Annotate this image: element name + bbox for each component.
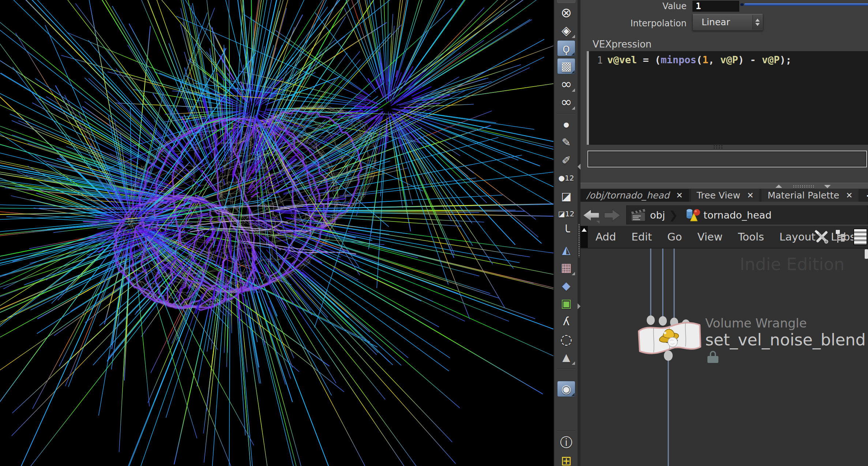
node-graph [580, 249, 868, 466]
interpolation-spinner[interactable] [752, 15, 762, 30]
code-token: minpos [661, 54, 696, 65]
menu-view[interactable]: View [690, 231, 730, 243]
geometry-object-icon [685, 208, 700, 222]
no-lighting-icon[interactable]: ⊗ [557, 4, 575, 20]
vertical-pane-splitter[interactable] [578, 0, 580, 466]
splitter-collapse-right-icon[interactable] [578, 303, 580, 309]
node-output-connector[interactable] [664, 351, 673, 361]
toolbar-partial-icon[interactable] [557, 0, 575, 3]
display-prim-normals-icon[interactable]: ◪ [557, 188, 575, 204]
interpolation-dropdown-value: Linear [702, 14, 730, 30]
code-token: = ( [637, 54, 661, 65]
splitter-collapse-left-icon[interactable] [578, 164, 580, 170]
new-tab-button[interactable]: + [861, 189, 868, 202]
horizontal-pane-splitter[interactable] [580, 183, 868, 189]
history-back-button[interactable] [582, 208, 601, 224]
high-quality-lighting-icon[interactable]: ▩ [557, 58, 575, 74]
code-line: v@vel = (minpos(1, v@P) - v@P); [607, 54, 792, 65]
value-input[interactable]: 1 [692, 1, 739, 12]
splitter-drag-handle[interactable] [578, 224, 580, 257]
spinner-up-icon[interactable] [755, 19, 760, 22]
network-path-bar: obj ❯ tornado_head [580, 205, 868, 226]
display-point-markers-icon[interactable]: ✎ [557, 134, 575, 150]
pane-tab[interactable]: Material Palette✕ [762, 189, 858, 202]
parameter-text-field[interactable] [587, 151, 867, 167]
display-background-image-icon[interactable]: ▲ [557, 349, 575, 365]
menubar-icons [813, 226, 867, 248]
node-input-connector[interactable] [647, 315, 655, 325]
normal-lighting-icon[interactable]: ϙ [557, 40, 575, 56]
display-groups-icon[interactable]: ▣ [557, 295, 575, 311]
value-slider[interactable] [744, 3, 868, 6]
code-token: ( [696, 54, 702, 65]
interpolation-dropdown[interactable]: Linear [692, 14, 763, 31]
spinner-down-icon[interactable] [755, 23, 760, 26]
tab-close-icon[interactable]: ✕ [676, 191, 683, 200]
code-token: 1 [702, 54, 708, 65]
headlight-only-icon[interactable]: ◈ [557, 22, 575, 38]
submenu-corner-arrow-icon [572, 106, 575, 110]
value-slider-cap [740, 3, 744, 6]
tab-label: Tree View [697, 190, 740, 201]
menu-go[interactable]: Go [660, 231, 689, 243]
display-uv-texture-icon[interactable]: ▦ [557, 259, 575, 276]
display-point-normals-icon[interactable]: ✐ [557, 152, 575, 168]
menu-edit[interactable]: Edit [624, 231, 660, 243]
node-input-connector[interactable] [659, 316, 667, 326]
breadcrumb-separator-icon: ❯ [669, 209, 678, 221]
submenu-corner-arrow-icon [571, 52, 575, 56]
node-type-label: Volume Wrangle [705, 316, 807, 330]
scene-viewport[interactable] [0, 0, 553, 466]
display-origin-gnomon-icon[interactable]: ʎ [557, 313, 575, 329]
code-token: , [708, 54, 720, 65]
display-backfaces-icon[interactable]: ◭ [557, 242, 575, 258]
tab-close-icon[interactable]: ✕ [846, 191, 852, 200]
splitter-collapse-up-icon[interactable] [775, 185, 782, 188]
tab-close-icon[interactable]: ✕ [747, 191, 754, 200]
node-lock-icon [707, 349, 719, 364]
right-pane: Value 1 Interpolation Linear VEXpression… [580, 0, 868, 466]
toolbar-separator [557, 431, 575, 432]
toolbar-separator [557, 368, 575, 369]
menubar-collapse-icon[interactable] [582, 228, 587, 232]
menu-add[interactable]: Add [588, 231, 624, 243]
viewport-info-icon[interactable]: ⓘ [557, 435, 575, 451]
code-token: ); [780, 54, 792, 65]
breadcrumb-tornado-head[interactable]: tornado_head [703, 209, 771, 221]
list-view-icon[interactable] [853, 228, 867, 245]
display-point-numbers-icon[interactable]: ●12 [557, 170, 575, 186]
editor-resize-grip[interactable] [713, 145, 724, 149]
display-points-icon[interactable]: ● [557, 116, 575, 132]
display-subdivision-icon[interactable]: ◆ [557, 277, 575, 293]
menubar-edge-strip[interactable] [580, 226, 588, 248]
floating-panel-icon[interactable]: ⊞ [557, 452, 575, 466]
material-shading-icon[interactable]: ∞ [557, 76, 575, 92]
network-vertical-scrollbar[interactable] [865, 249, 868, 259]
hq-material-shading-icon[interactable]: ∞ [557, 94, 575, 110]
tree-hierarchy-icon[interactable] [834, 229, 849, 245]
vexpression-code-editor[interactable]: 1 v@vel = (minpos(1, v@P) - v@P); [587, 51, 868, 145]
network-editor[interactable]: Indie Edition [580, 249, 868, 466]
pane-tab[interactable]: /obj/tornado_head✕ [580, 189, 689, 202]
editor-line-number: 1 [590, 55, 603, 66]
submenu-corner-arrow-icon [572, 361, 575, 365]
splitter-collapse-down-icon[interactable] [824, 185, 831, 188]
display-visualizers-icon[interactable]: ◌ [557, 331, 575, 347]
vexpression-label: VEXpression [593, 39, 651, 50]
code-token: v@vel [607, 54, 637, 65]
tab-bar-bottom-strip [580, 202, 868, 205]
snapshot-pin-icon[interactable]: ◉ [557, 381, 575, 397]
display-prim-numbers-icon[interactable]: ◪12 [557, 206, 575, 222]
display-hulls-icon[interactable]: ╰ [557, 224, 575, 240]
scene-clapperboard-icon [630, 207, 647, 223]
history-forward-button[interactable] [603, 208, 622, 224]
menu-tools[interactable]: Tools [730, 231, 771, 243]
volume-wrangle-node[interactable] [639, 323, 700, 353]
splitter-drag-handle[interactable] [793, 185, 815, 188]
interpolation-parameter-label: Interpolation [580, 16, 687, 31]
customize-tools-icon[interactable] [813, 228, 830, 245]
breadcrumb-obj[interactable]: obj [650, 209, 665, 221]
pane-tab[interactable]: Tree View✕ [691, 189, 760, 202]
breadcrumb[interactable]: obj ❯ tornado_head [626, 205, 868, 224]
submenu-corner-arrow-icon [572, 88, 575, 92]
